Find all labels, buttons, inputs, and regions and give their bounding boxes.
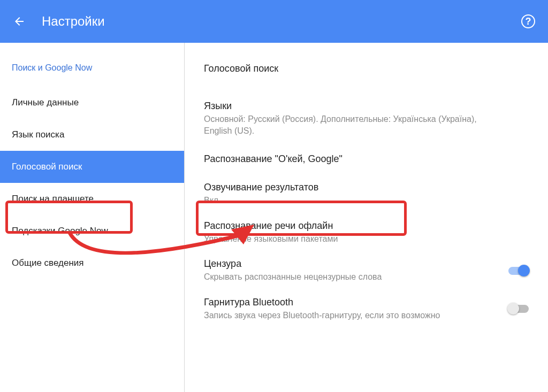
sidebar: Поиск и Google Now Личные данные Язык по… bbox=[0, 43, 185, 392]
setting-title: Цензура bbox=[204, 258, 471, 270]
setting-bluetooth-headset[interactable]: Гарнитура Bluetooth Запись звука через B… bbox=[185, 290, 548, 328]
sidebar-item-search-language[interactable]: Язык поиска bbox=[0, 119, 184, 151]
toggle-safesearch[interactable] bbox=[508, 267, 529, 275]
sidebar-item-voice-search[interactable]: Голосовой поиск bbox=[0, 151, 184, 183]
setting-subtitle: Скрывать распознанные нецензурные слова bbox=[204, 271, 471, 283]
setting-title: Распознавание "О'кей, Google" bbox=[204, 150, 491, 168]
main-content: Голосовой поиск Языки Основной: Русский … bbox=[185, 43, 548, 392]
sidebar-section-title: Поиск и Google Now bbox=[0, 48, 184, 87]
setting-title: Распознавание речи офлайн bbox=[204, 220, 491, 232]
sidebar-item-personal-data[interactable]: Личные данные bbox=[0, 87, 184, 119]
main-title: Голосовой поиск bbox=[185, 48, 548, 94]
help-icon[interactable]: ? bbox=[521, 14, 535, 28]
setting-title: Озвучивание результатов bbox=[204, 182, 491, 193]
app-header: Настройки ? bbox=[0, 0, 548, 43]
setting-subtitle: Управление языковыми пакетами bbox=[204, 233, 491, 245]
setting-safesearch[interactable]: Цензура Скрывать распознанные нецензурны… bbox=[185, 251, 548, 290]
setting-speak-results[interactable]: Озвучивание результатов Вкл. bbox=[185, 175, 548, 213]
setting-offline-recognition[interactable]: Распознавание речи офлайн Управление язы… bbox=[185, 213, 548, 252]
page-title: Настройки bbox=[42, 14, 521, 29]
setting-title: Гарнитура Bluetooth bbox=[204, 297, 471, 308]
setting-subtitle: Основной: Русский (Россия). Дополнительн… bbox=[204, 113, 491, 136]
sidebar-item-tablet-search[interactable]: Поиск на планшете bbox=[0, 183, 184, 215]
sidebar-item-google-now-hints[interactable]: Подсказки Google Now bbox=[0, 215, 184, 247]
setting-languages[interactable]: Языки Основной: Русский (Россия). Дополн… bbox=[185, 94, 548, 143]
sidebar-item-about[interactable]: Общие сведения bbox=[0, 247, 184, 279]
setting-subtitle: Запись звука через Bluetooth-гарнитуру, … bbox=[204, 310, 471, 321]
toggle-bluetooth-headset[interactable] bbox=[508, 305, 529, 313]
setting-subtitle: Вкл. bbox=[204, 195, 491, 206]
setting-title: Языки bbox=[204, 101, 491, 112]
back-arrow-icon[interactable] bbox=[13, 15, 26, 28]
setting-ok-google-detection[interactable]: Распознавание "О'кей, Google" bbox=[185, 143, 548, 175]
